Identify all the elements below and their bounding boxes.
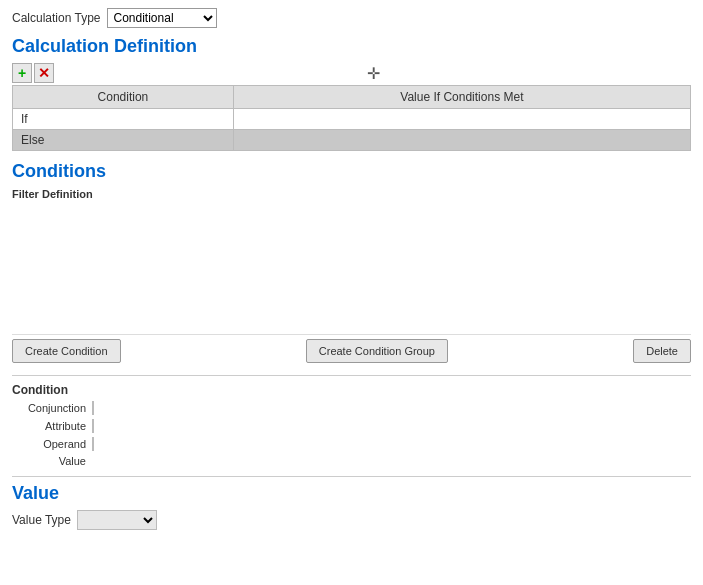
calc-type-label: Calculation Type [12, 11, 101, 25]
calc-def-section: Calculation Definition + ✕ ✛ Condition V… [12, 36, 691, 151]
attribute-row: Attribute [12, 418, 691, 434]
if-value [233, 109, 690, 130]
conditions-table: Condition Value If Conditions Met If Els… [12, 85, 691, 151]
value-type-row: Value Type [12, 510, 691, 530]
table-row[interactable]: If [13, 109, 691, 130]
attribute-label: Attribute [12, 420, 92, 432]
table-row[interactable]: Else [13, 130, 691, 151]
value-label: Value [12, 455, 92, 467]
calc-def-title: Calculation Definition [12, 36, 691, 57]
condition-details-header: Condition [12, 383, 68, 397]
conjunction-separator [92, 401, 94, 415]
add-row-button[interactable]: + [12, 63, 32, 83]
value-type-label: Value Type [12, 513, 71, 527]
remove-row-button[interactable]: ✕ [34, 63, 54, 83]
toolbar-row: + ✕ ✛ [12, 63, 691, 83]
operand-separator [92, 437, 94, 451]
conditions-section: Conditions Filter Definition [12, 161, 691, 324]
filter-def-label: Filter Definition [12, 188, 691, 200]
else-label: Else [13, 130, 234, 151]
operand-row: Operand [12, 436, 691, 452]
value-row: Value [12, 454, 691, 468]
create-condition-button[interactable]: Create Condition [12, 339, 121, 363]
condition-details: Condition Conjunction Attribute Operand … [12, 375, 691, 468]
buttons-row: Create Condition Create Condition Group … [12, 334, 691, 367]
conjunction-label: Conjunction [12, 402, 92, 414]
move-icon: ✛ [367, 65, 380, 82]
operand-label: Operand [12, 438, 92, 450]
col-condition: Condition [13, 86, 234, 109]
value-section: Value Value Type [12, 476, 691, 530]
if-label: If [13, 109, 234, 130]
calc-type-select[interactable]: Conditional [107, 8, 217, 28]
conditions-content-area [12, 204, 691, 324]
attribute-separator [92, 419, 94, 433]
value-title: Value [12, 483, 691, 504]
else-value [233, 130, 690, 151]
delete-button[interactable]: Delete [633, 339, 691, 363]
create-condition-group-button[interactable]: Create Condition Group [306, 339, 448, 363]
conjunction-row: Conjunction [12, 400, 691, 416]
value-type-select[interactable] [77, 510, 157, 530]
col-value: Value If Conditions Met [233, 86, 690, 109]
conditions-title: Conditions [12, 161, 691, 182]
